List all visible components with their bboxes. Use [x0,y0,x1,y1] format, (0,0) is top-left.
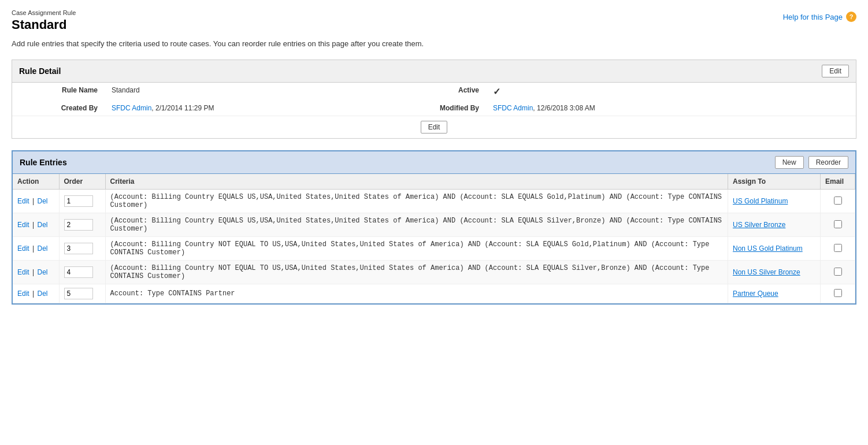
email-cell [821,284,855,303]
created-by-label: Created By [12,101,105,116]
order-cell [59,237,105,261]
modified-by-link[interactable]: SFDC Admin [493,104,533,112]
breadcrumb: Case Assignment Rule [12,9,76,16]
email-checkbox[interactable] [834,220,842,228]
criteria-cell: (Account: Billing Country NOT EQUAL TO U… [105,261,728,284]
edit-row-link[interactable]: Edit [17,221,29,229]
assign-to-link[interactable]: Non US Silver Bronze [733,268,800,276]
email-cell [821,261,855,284]
table-row: Edit | Del (Account: Billing Country NOT… [13,237,855,261]
order-cell [59,213,105,237]
del-row-link[interactable]: Del [37,290,47,298]
action-cell: Edit | Del [13,213,59,237]
criteria-cell: Account: Type CONTAINS Partner [105,284,728,303]
del-row-link[interactable]: Del [37,268,47,276]
rule-name-value: Standard [105,83,394,101]
action-cell: Edit | Del [13,261,59,284]
separator: | [32,268,36,276]
order-cell [59,190,105,213]
action-cell: Edit | Del [13,190,59,213]
page-description: Add rule entries that specify the criter… [12,39,856,48]
rule-entries-table: Action Order Criteria Assign To Email Ed… [13,174,855,303]
action-cell: Edit | Del [13,284,59,303]
table-row: Edit | Del (Account: Billing Country NOT… [13,261,855,284]
col-header-assign-to: Assign To [728,174,821,190]
assign-to-link[interactable]: US Gold Platinum [733,197,788,205]
edit-row-link[interactable]: Edit [17,290,29,298]
separator: | [32,221,36,229]
table-row: Edit | Del (Account: Billing Country EQU… [13,213,855,237]
edit-row-link[interactable]: Edit [17,268,29,276]
order-cell [59,284,105,303]
table-row: Edit | Del Account: Type CONTAINS Partne… [13,284,855,303]
table-row: Edit | Del (Account: Billing Country EQU… [13,190,855,213]
page-header: Case Assignment Rule Standard Help for t… [12,9,856,32]
criteria-cell: (Account: Billing Country EQUALS US,USA,… [105,190,728,213]
assign-to-cell: US Silver Bronze [728,213,821,237]
del-row-link[interactable]: Del [37,197,47,205]
active-value: ✓ [486,83,856,101]
email-checkbox[interactable] [834,268,842,276]
del-row-link[interactable]: Del [37,244,47,253]
order-input[interactable] [64,266,93,278]
separator: | [32,197,36,205]
edit-bottom-bar: Edit [12,116,856,138]
assign-to-cell: US Gold Platinum [728,190,821,213]
email-cell [821,237,855,261]
assign-to-cell: Non US Gold Platinum [728,237,821,261]
active-label: Active [394,83,486,101]
assign-to-cell: Partner Queue [728,284,821,303]
order-input[interactable] [64,219,93,231]
page-title: Standard [12,17,76,32]
email-checkbox[interactable] [834,244,842,252]
created-by-value: SFDC Admin, 2/1/2014 11:29 PM [105,101,394,116]
col-header-order: Order [59,174,105,190]
col-header-criteria: Criteria [105,174,728,190]
table-header-row: Action Order Criteria Assign To Email [13,174,855,190]
col-header-action: Action [13,174,59,190]
order-input[interactable] [64,288,93,299]
email-checkbox[interactable] [834,196,842,205]
email-cell [821,213,855,237]
rule-entries-title: Rule Entries [20,158,770,167]
edit-row-link[interactable]: Edit [17,197,29,205]
help-link-text: Help for this Page [783,13,843,21]
order-cell [59,261,105,284]
reorder-button[interactable]: Reorder [808,156,848,169]
help-icon: ? [846,12,856,22]
col-header-email: Email [821,174,855,190]
rule-entries-section: Rule Entries New Reorder Action Order Cr… [12,150,856,305]
modified-by-date: , 12/6/2018 3:08 AM [533,104,595,112]
rule-name-label: Rule Name [12,83,105,101]
rule-detail-title: Rule Detail [19,66,61,76]
criteria-cell: (Account: Billing Country NOT EQUAL TO U… [105,237,728,261]
email-checkbox[interactable] [834,289,842,297]
created-by-date: , 2/1/2014 11:29 PM [151,104,214,112]
rule-entries-header: Rule Entries New Reorder [13,151,855,174]
email-cell [821,190,855,213]
edit-row-link[interactable]: Edit [17,244,29,253]
order-input[interactable] [64,195,93,207]
assign-to-link[interactable]: Non US Gold Platinum [733,244,803,253]
created-by-row: Created By SFDC Admin, 2/1/2014 11:29 PM… [12,101,856,116]
edit-button-bottom[interactable]: Edit [421,121,448,134]
action-cell: Edit | Del [13,237,59,261]
separator: | [32,244,36,253]
rule-detail-section: Rule Detail Edit Rule Name Standard Acti… [12,60,856,139]
title-block: Case Assignment Rule Standard [12,9,76,32]
order-input[interactable] [64,243,93,254]
del-row-link[interactable]: Del [37,221,47,229]
help-link[interactable]: Help for this Page ? [783,12,856,22]
assign-to-link[interactable]: Partner Queue [733,290,778,298]
assign-to-link[interactable]: US Silver Bronze [733,221,785,229]
criteria-cell: (Account: Billing Country EQUALS US,USA,… [105,213,728,237]
rule-name-row: Rule Name Standard Active ✓ [12,83,856,101]
new-button[interactable]: New [775,156,804,169]
active-checkmark: ✓ [493,87,500,97]
rule-detail-table: Rule Name Standard Active ✓ Created By S… [12,83,856,116]
edit-button-top[interactable]: Edit [822,65,849,77]
separator: | [32,290,36,298]
rule-detail-header: Rule Detail Edit [12,60,856,83]
assign-to-cell: Non US Silver Bronze [728,261,821,284]
created-by-link[interactable]: SFDC Admin [112,104,151,112]
